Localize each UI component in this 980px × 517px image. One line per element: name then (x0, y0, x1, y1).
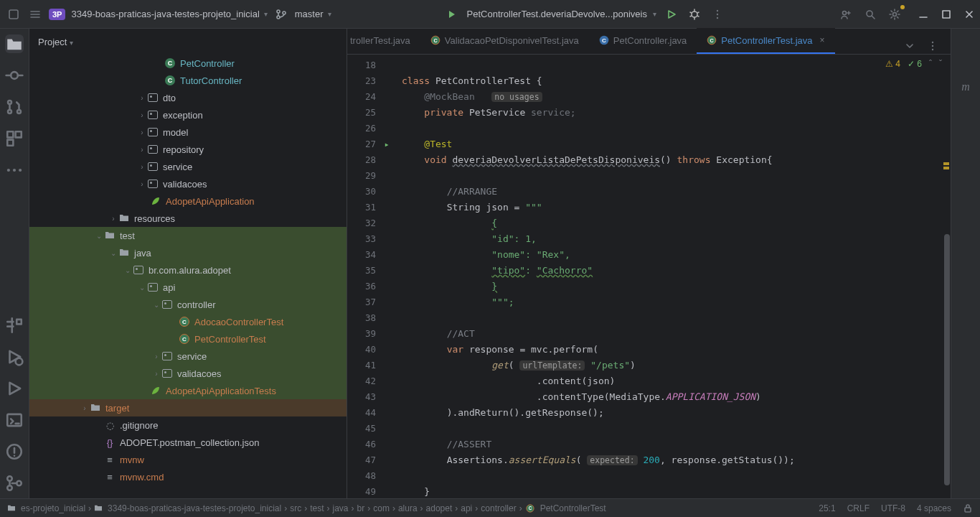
tree-item[interactable]: CPetController (29, 55, 347, 72)
breadcrumb-item[interactable]: com (373, 503, 390, 513)
tree-item[interactable]: ›service (29, 158, 347, 175)
tree-item[interactable]: ›resources (29, 210, 347, 227)
readonly-lock-icon[interactable] (963, 503, 973, 513)
tree-item[interactable]: ›exception (29, 106, 347, 124)
svg-line-13 (697, 12, 699, 13)
line-separator[interactable]: CRLF (847, 503, 870, 513)
project-tool-button[interactable] (5, 34, 24, 53)
tree-item[interactable]: ≡mvnw.cmd (29, 468, 347, 485)
breadcrumb-item[interactable]: 3349-boas-praticas-java-testes-projeto_i… (94, 503, 281, 513)
tree-item[interactable]: ›service (29, 348, 347, 365)
inspections-widget[interactable]: ⚠ 4 ✓ 6 ˆ ˇ (885, 59, 942, 69)
bookmarks-tool-button[interactable] (5, 316, 24, 335)
minimize-button[interactable] (918, 9, 928, 19)
more-run-icon[interactable] (710, 6, 725, 22)
svg-point-47 (14, 455, 16, 457)
code-content[interactable]: class PetControllerTest { @MockBean no u… (393, 55, 942, 498)
run-button[interactable] (664, 6, 679, 22)
breadcrumb-item[interactable]: es-projeto_inicial (7, 503, 85, 513)
close-button[interactable] (964, 9, 974, 19)
tree-item[interactable]: ◌.gitignore (29, 416, 347, 434)
breadcrumb-item[interactable]: alura (398, 503, 418, 513)
class-name: PetControllerTest (435, 75, 531, 86)
breadcrumb-item[interactable]: src (290, 503, 301, 513)
search-icon[interactable] (862, 6, 878, 22)
tree-item[interactable]: ›validacoes (29, 365, 347, 382)
run-config-selector[interactable]: PetControllerTest.deveriaDevolve...poniv… (467, 9, 656, 19)
svg-line-14 (690, 16, 692, 17)
code-editor[interactable]: 1823242526272829303132333435363738394041… (347, 55, 951, 498)
svg-rect-0 (9, 10, 18, 19)
tree-item[interactable]: ⌄api (29, 279, 347, 296)
svg-point-19 (843, 11, 847, 14)
commit-tool-button[interactable] (5, 66, 24, 85)
branch-selector[interactable]: master (295, 9, 331, 19)
tree-item[interactable]: ⌄controller (29, 296, 347, 313)
tree-item[interactable]: AdopetApiApplication (29, 192, 347, 210)
services-tool-button[interactable] (5, 348, 24, 366)
vcs-tool-button[interactable] (5, 474, 24, 493)
pull-requests-tool-button[interactable] (5, 98, 24, 116)
tree-item[interactable]: ›validacoes (29, 175, 347, 192)
breadcrumb-item[interactable]: api (461, 503, 472, 513)
tree-item[interactable]: CPetControllerTest (29, 330, 347, 348)
breadcrumb-item[interactable]: adopet (426, 503, 453, 513)
project-selector[interactable]: 3349-boas-praticas-java-testes-projeto_i… (71, 9, 267, 19)
structure-tool-button[interactable] (5, 129, 24, 148)
tree-item[interactable]: ⌄test (29, 227, 347, 244)
terminal-tool-button[interactable] (5, 411, 24, 429)
svg-point-9 (692, 11, 697, 17)
maximize-button[interactable] (941, 9, 951, 19)
main-menu-icon[interactable] (27, 6, 43, 22)
tree-item[interactable]: CAdocaoControllerTest (29, 313, 347, 330)
indent-config[interactable]: 4 spaces (917, 503, 951, 513)
tree-item[interactable]: ›model (29, 124, 347, 141)
breadcrumb-item[interactable]: CPetControllerTest (525, 503, 606, 513)
maven-tool-button[interactable]: m (961, 80, 970, 93)
editor-tab[interactable]: CPetControllerTest.java× (697, 28, 834, 54)
project-view-selector[interactable]: Project (38, 37, 73, 47)
tree-item[interactable]: ›repository (29, 141, 347, 158)
tab-more-icon[interactable] (925, 38, 941, 54)
run-line-marker-icon[interactable]: ▸ (380, 136, 393, 152)
code-with-me-icon[interactable] (838, 6, 854, 22)
svg-point-29 (11, 72, 18, 79)
tree-item[interactable]: ›target (29, 399, 347, 416)
svg-line-23 (872, 16, 875, 19)
warning-count: 4 (895, 59, 900, 69)
editor-tab[interactable]: CValidacaoPetDisponivelTest.java (420, 28, 589, 54)
tree-item[interactable]: CTutorController (29, 72, 347, 89)
tree-item[interactable]: ⌄java (29, 244, 347, 261)
breadcrumbs[interactable]: es-projeto_inicial3349-boas-praticas-jav… (7, 503, 606, 513)
editor-scrollbar[interactable] (942, 55, 951, 498)
breadcrumb-item[interactable]: test (310, 503, 324, 513)
tree-item[interactable]: AdopetApiApplicationTests (29, 382, 347, 399)
editor-tab[interactable]: CPetController.java (589, 28, 697, 54)
run-tool-button[interactable] (5, 379, 24, 398)
breadcrumb-item[interactable]: java (333, 503, 349, 513)
settings-icon[interactable] (887, 6, 903, 22)
svg-point-38 (7, 169, 10, 172)
run-config-icon (444, 6, 460, 22)
tab-dropdown-icon[interactable] (902, 38, 918, 54)
tree-item[interactable]: {}ADOPET.postman_collection.json (29, 434, 347, 451)
tree-item[interactable]: ≡mvnw (29, 451, 347, 468)
weak-warning-count: 6 (917, 59, 922, 69)
gutter-marks: ▸ (380, 55, 393, 498)
editor-tab[interactable]: trollerTest.java (347, 28, 420, 54)
app-menu-icon[interactable] (6, 6, 22, 22)
problems-tool-button[interactable] (5, 442, 24, 461)
tree-item[interactable]: ›dto (29, 89, 347, 106)
breadcrumb-item[interactable]: br (357, 503, 365, 513)
comment: //ARRANGE (447, 186, 497, 197)
project-tree[interactable]: CPetControllerCTutorController›dto›excep… (29, 55, 347, 498)
svg-marker-7 (449, 11, 455, 18)
tree-item[interactable]: ⌄br.com.alura.adopet (29, 261, 347, 279)
vcs-branch-icon[interactable] (273, 6, 289, 22)
more-tool-button[interactable] (5, 161, 24, 180)
debug-button[interactable] (687, 6, 702, 22)
close-tab-icon[interactable]: × (820, 35, 825, 45)
caret-position[interactable]: 25:1 (819, 503, 835, 513)
file-encoding[interactable]: UTF-8 (881, 503, 905, 513)
breadcrumb-item[interactable]: controller (481, 503, 516, 513)
